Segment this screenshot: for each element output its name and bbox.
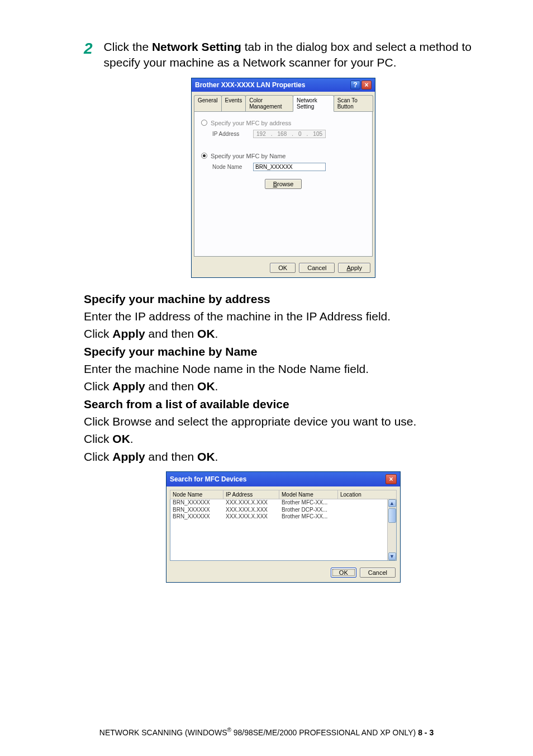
col-location[interactable]: Location: [338, 490, 396, 499]
tab-color-management[interactable]: Color Management: [245, 95, 293, 112]
close-icon[interactable]: ×: [361, 81, 372, 89]
col-model-name[interactable]: Model Name: [279, 490, 338, 499]
heading-by-address: Specify your machine by address: [84, 291, 483, 307]
page-footer: NETWORK SCANNING (WINDOWS® 98/98SE/ME/20…: [0, 727, 533, 737]
tab-scan-to-button[interactable]: Scan To Button: [334, 95, 373, 112]
ok-button[interactable]: OK: [331, 568, 356, 578]
help-icon[interactable]: ?: [350, 81, 360, 89]
close-icon[interactable]: ×: [386, 474, 397, 484]
text-apply-ok-2: Click Apply and then OK.: [84, 379, 483, 394]
tab-general[interactable]: General: [194, 95, 222, 112]
text-browse-instruction: Click Browse and select the appropriate …: [84, 414, 483, 429]
text-click-ok: Click OK.: [84, 431, 483, 447]
list-item[interactable]: BRN_XXXXXX XXX.XXX.X.XXX Brother MFC-XX.…: [170, 499, 396, 507]
footer-text: 98/98SE/ME/2000 PROFESSIONAL AND XP ONLY…: [231, 728, 418, 737]
ip-octet: 168: [277, 131, 288, 137]
cell-ip: XXX.XXX.X.XXX: [223, 507, 279, 514]
scrollbar[interactable]: ▲ ▼: [387, 499, 396, 560]
text-ip-instruction: Enter the IP address of the machine in t…: [84, 309, 483, 324]
list-header: Node Name IP Address Model Name Location: [170, 490, 397, 499]
step-instruction: Click the Network Setting tab in the dia…: [104, 39, 483, 71]
cell-model: Brother MFC-XX...: [279, 513, 338, 521]
text-fragment: Click the: [104, 40, 152, 53]
apply-button[interactable]: Apply: [338, 263, 370, 273]
text-bold: Network Setting: [152, 40, 241, 53]
text-node-instruction: Enter the machine Node name in the Node …: [84, 361, 483, 377]
cell-node: BRN_XXXXXX: [170, 499, 223, 507]
col-ip-address[interactable]: IP Address: [223, 490, 279, 499]
dialog-title: Brother XXX-XXXX LAN Properties: [195, 81, 305, 89]
browse-button[interactable]: Browse: [265, 179, 302, 189]
radio-by-name[interactable]: [201, 153, 207, 159]
tab-panel: Specify your MFC by address IP Address 1…: [194, 111, 373, 257]
ip-label: IP Address: [212, 131, 251, 137]
ip-input: 192. 168. 0. 105: [253, 130, 326, 138]
ip-octet: 192: [255, 131, 267, 137]
text-apply-ok-3: Click Apply and then OK.: [84, 449, 483, 465]
scroll-down-icon[interactable]: ▼: [388, 552, 396, 560]
tab-events[interactable]: Events: [221, 95, 246, 112]
ok-button[interactable]: OK: [270, 263, 296, 273]
radio-by-address-label: Specify your MFC by address: [211, 120, 291, 126]
cell-ip: XXX.XXX.X.XXX: [223, 499, 279, 507]
cancel-button[interactable]: Cancel: [299, 263, 335, 273]
properties-dialog: Brother XXX-XXXX LAN Properties ? × Gene…: [191, 78, 375, 278]
col-node-name[interactable]: Node Name: [170, 490, 223, 499]
step-number: 2: [84, 40, 93, 58]
cell-model: Brother DCP-XX...: [279, 507, 338, 514]
dialog-title: Search for MFC Devices: [170, 475, 246, 483]
cancel-button[interactable]: Cancel: [360, 568, 396, 578]
scroll-thumb[interactable]: [388, 508, 396, 523]
heading-search-list: Search from a list of available device: [84, 396, 483, 412]
apply-label-rest: pply: [351, 264, 362, 271]
search-dialog: Search for MFC Devices × Node Name IP Ad…: [166, 471, 401, 583]
footer-text: NETWORK SCANNING (WINDOWS: [99, 728, 227, 737]
radio-by-name-label: Specify your MFC by Name: [211, 153, 285, 159]
radio-by-address[interactable]: [201, 120, 207, 126]
cell-ip: XXX.XXX.X.XXX: [223, 513, 279, 521]
cell-node: BRN_XXXXXX: [170, 507, 223, 514]
text-apply-ok-1: Click Apply and then OK.: [84, 326, 483, 342]
list-item[interactable]: BRN_XXXXXX XXX.XXX.X.XXX Brother MFC-XX.…: [170, 513, 396, 521]
node-name-label: Node Name: [212, 164, 251, 170]
registered-icon: ®: [227, 727, 231, 733]
list-item[interactable]: BRN_XXXXXX XXX.XXX.X.XXX Brother DCP-XX.…: [170, 507, 396, 514]
device-list[interactable]: BRN_XXXXXX XXX.XXX.X.XXX Brother MFC-XX.…: [170, 499, 397, 561]
ip-octet: 105: [312, 131, 323, 137]
node-name-input[interactable]: BRN_XXXXXX: [253, 163, 326, 171]
tab-network-setting[interactable]: Network Setting: [293, 95, 334, 112]
dialog-titlebar: Search for MFC Devices ×: [166, 472, 400, 486]
cell-node: BRN_XXXXXX: [170, 513, 223, 521]
cell-model: Brother MFC-XX...: [279, 499, 338, 507]
page-number: 8 - 3: [418, 728, 434, 737]
dialog-titlebar: Brother XXX-XXXX LAN Properties ? ×: [192, 78, 375, 92]
scroll-up-icon[interactable]: ▲: [388, 499, 396, 507]
heading-by-name: Specify your machine by Name: [84, 344, 483, 360]
browse-label-rest: rowse: [277, 181, 293, 187]
dialog-tabs: General Events Color Management Network …: [192, 92, 375, 112]
ip-octet: 0: [297, 131, 303, 137]
